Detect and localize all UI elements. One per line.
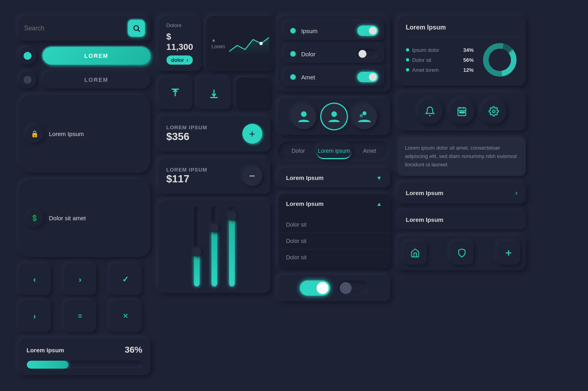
dropdown-item-1[interactable]: Dolor sit <box>278 217 390 233</box>
calendar-button[interactable] <box>449 99 475 124</box>
chart-svg <box>229 32 269 55</box>
counter-plus-button[interactable]: + <box>242 124 262 144</box>
toggle-item-label-2: Dolor <box>301 51 352 57</box>
avatar-panel <box>278 98 390 135</box>
toggle-circle-1[interactable] <box>19 47 36 65</box>
stat-badge[interactable]: dolor › <box>166 55 193 65</box>
download-button[interactable] <box>197 77 231 109</box>
dropdown-arrow-down: ▼ <box>376 175 382 181</box>
home-nav-button[interactable] <box>404 241 427 265</box>
notification-button[interactable] <box>417 99 443 124</box>
add-nav-button[interactable] <box>497 241 520 265</box>
nav-item-label-1: Lorem Ipsum <box>406 190 443 196</box>
close-icon[interactable]: ✕ <box>110 300 142 332</box>
slider-3-thumb[interactable] <box>228 211 236 220</box>
toggle-circle-2[interactable] <box>19 71 36 89</box>
bottom-nav <box>398 236 526 270</box>
dropdown-items: Dolor sit Dolor sit Dolor sit <box>278 213 390 269</box>
settings-button[interactable] <box>481 99 507 124</box>
stat-label: Dolore <box>166 22 193 28</box>
check-icon[interactable]: ✓ <box>110 263 142 295</box>
column-1: LOREM LOREM 🔒 Lorem Ipsum 💲 Dolor sit am… <box>19 16 150 375</box>
dropdown-open-label: Lorem Ipsum <box>286 200 324 207</box>
slider-2-container <box>212 207 217 286</box>
legend-item-3: Amet lorem 12% <box>406 67 474 73</box>
slider-3-track[interactable] <box>229 207 235 286</box>
toggle-switch-1[interactable] <box>357 26 378 36</box>
icon-grid: ‹ › ✓ › ≡ ✕ <box>19 263 150 332</box>
dollar-icon: 💲 <box>26 209 44 227</box>
chart-icon: ▲ <box>212 38 225 42</box>
counter-text-2: LOREM IPSUM $117 <box>166 167 208 185</box>
slider-3-container <box>229 207 235 286</box>
toggle-primary-row: LOREM <box>19 47 150 65</box>
avatar-1[interactable] <box>291 104 317 129</box>
right-arrow-icon[interactable]: › <box>64 263 96 295</box>
dropdown-closed-header[interactable]: Lorem Ipsum ▼ <box>278 168 390 188</box>
large-toggle-knob-off <box>340 282 352 294</box>
dropdown-item-2[interactable]: Dolor sit <box>278 233 390 249</box>
toggle-list-panel: Ipsum Dolor Amet <box>278 16 390 92</box>
slider-1-thumb[interactable] <box>192 247 201 256</box>
nav-item-arrow[interactable]: Lorem Ipsum › <box>398 182 526 203</box>
upload-button[interactable] <box>158 77 192 109</box>
tab-amet[interactable]: Amet <box>352 144 387 159</box>
donut-content: Ipsum dolor 34% Dolor sit 56% Amet lorem… <box>406 42 518 78</box>
search-input[interactable] <box>24 25 128 32</box>
dropdown-open-header[interactable]: Lorem Ipsum ▲ <box>278 194 390 213</box>
dropdown-item-3[interactable]: Dolor sit <box>278 249 390 265</box>
search-button[interactable] <box>128 20 145 37</box>
toggle-secondary-row: LOREM <box>19 71 150 89</box>
nav-item-plain[interactable]: Lorem Ipsum <box>398 210 526 229</box>
avatar-3[interactable] <box>352 104 377 129</box>
icon-actions-panel <box>398 92 526 130</box>
toggle-switch-2[interactable] <box>357 49 378 59</box>
slider-2-track[interactable] <box>212 207 217 286</box>
svg-point-11 <box>360 114 363 117</box>
slider-2-thumb[interactable] <box>210 223 219 232</box>
nav-item-arrow-icon: › <box>515 189 518 197</box>
legend-dot-1 <box>406 48 409 51</box>
svg-point-10 <box>362 111 366 115</box>
column-2: Dolore $ 11,300 dolor › ▲ Lorem <box>158 16 270 375</box>
donut-card: Lorem Ipsum Ipsum dolor 34% Dolor sit 56… <box>398 16 526 86</box>
column-4: Lorem Ipsum Ipsum dolor 34% Dolor sit 56… <box>398 16 526 375</box>
avatar-2[interactable] <box>321 104 347 129</box>
chevron-right-icon[interactable]: › <box>19 300 51 332</box>
tab-dolor[interactable]: Dolor <box>281 144 316 159</box>
slider-1-fill <box>194 255 200 286</box>
svg-point-9 <box>331 111 337 117</box>
secondary-button[interactable]: LOREM <box>43 71 150 89</box>
tab-lorem-ipsum[interactable]: Lorem ipsum <box>316 144 352 159</box>
stat-card: Dolore $ 11,300 dolor › <box>158 16 201 71</box>
primary-button[interactable]: LOREM <box>43 47 150 65</box>
legend-label-1: Ipsum dolor <box>412 47 440 53</box>
dropdown-closed-label: Lorem Ipsum <box>286 174 324 181</box>
shield-nav-button[interactable] <box>450 241 473 265</box>
large-toggle-off[interactable] <box>338 280 368 296</box>
text-card: Lorem ipsum dolor sit amet, consectetuer… <box>398 137 526 176</box>
toggle-dot-2 <box>24 76 32 84</box>
slider-1-container <box>194 207 200 286</box>
chart-label: Lorem <box>212 44 225 49</box>
large-toggle-on[interactable] <box>300 280 330 296</box>
menu-icon[interactable]: ≡ <box>64 300 96 332</box>
dollar-button[interactable]: 💲 Dolor sit amet <box>19 179 150 257</box>
legend-label-3: Amet lorem <box>412 67 439 73</box>
action-buttons-row <box>158 77 270 109</box>
left-arrow-icon[interactable]: ‹ <box>19 263 51 295</box>
dropdown-arrow-up: ▲ <box>376 201 382 207</box>
item-dot-3 <box>290 74 296 80</box>
donut-title: Lorem Ipsum <box>406 24 518 31</box>
toggle-item-2: Dolor <box>284 45 384 63</box>
nav-item-label-2: Lorem Ipsum <box>406 216 443 223</box>
dollar-label: Dolor sit amet <box>49 215 86 221</box>
column-3: Ipsum Dolor Amet <box>278 16 390 375</box>
lock-button[interactable]: 🔒 Lorem Ipsum <box>19 95 150 173</box>
counter-minus-button[interactable]: − <box>242 166 262 186</box>
legend-pct-1: 34% <box>463 47 473 53</box>
toggle-switch-3[interactable] <box>357 72 378 82</box>
slider-1-track[interactable] <box>194 207 200 286</box>
svg-rect-21 <box>461 112 462 113</box>
toggle-knob-1 <box>369 27 377 35</box>
